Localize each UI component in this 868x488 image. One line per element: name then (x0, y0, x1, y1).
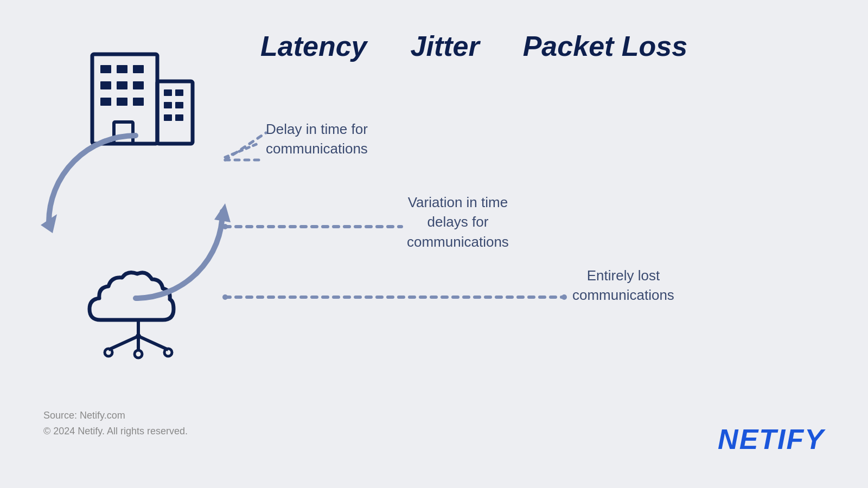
latency-heading: Latency (260, 30, 367, 62)
svg-rect-4 (100, 81, 111, 89)
packet-loss-heading: Packet Loss (523, 30, 688, 62)
footer-source: Source: Netify.com © 2024 Netify. All ri… (43, 408, 188, 439)
packet-loss-description: Entirely lostcommunications (572, 266, 674, 305)
svg-point-22 (105, 349, 112, 356)
svg-rect-8 (117, 98, 127, 106)
svg-point-25 (136, 333, 141, 339)
svg-rect-5 (117, 81, 127, 89)
svg-rect-3 (133, 65, 144, 73)
jitter-description: Variation in timedelays forcommunication… (407, 192, 509, 252)
svg-rect-2 (117, 65, 127, 73)
svg-rect-14 (164, 102, 172, 108)
source-text: Source: Netify.com (43, 408, 188, 423)
jitter-heading: Jitter (411, 30, 480, 62)
svg-point-24 (164, 349, 172, 356)
circular-arrows-icon (30, 119, 241, 314)
svg-marker-27 (214, 203, 231, 222)
netify-logo: NETIFY (718, 423, 825, 455)
svg-rect-6 (133, 81, 144, 89)
svg-rect-15 (175, 102, 183, 108)
latency-description: Delay in time forcommunications (266, 119, 368, 159)
svg-rect-7 (100, 98, 111, 106)
svg-point-23 (135, 350, 142, 358)
svg-rect-9 (133, 98, 144, 106)
svg-rect-1 (100, 65, 111, 73)
svg-point-34 (561, 294, 567, 300)
copyright-text: © 2024 Netify. All rights reserved. (43, 423, 188, 439)
svg-rect-12 (164, 89, 172, 96)
svg-rect-13 (175, 89, 183, 96)
svg-line-19 (108, 336, 138, 350)
svg-line-21 (138, 336, 168, 350)
